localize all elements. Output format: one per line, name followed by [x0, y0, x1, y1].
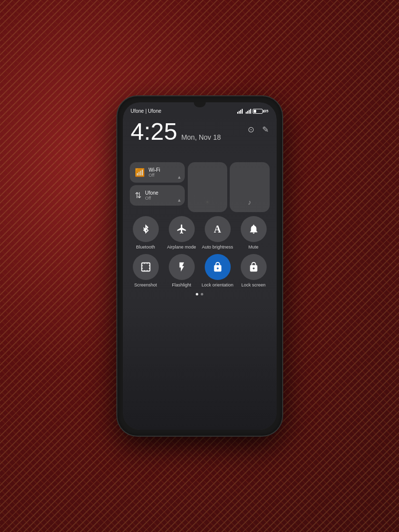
page-indicators: [130, 293, 270, 295]
bluetooth-label: Bluetooth: [136, 245, 155, 250]
signal-icon-1: [237, 109, 243, 114]
date-display: Mon, Nov 18: [181, 133, 221, 141]
page-dot-1: [196, 293, 198, 295]
battery-level: 35: [264, 109, 269, 113]
brightness-slider[interactable]: ☀: [188, 162, 228, 212]
sliders-group: ☀ ♪: [188, 162, 270, 212]
auto-brightness-btn[interactable]: A: [205, 216, 231, 242]
mobile-data-icon: ⇅: [135, 191, 141, 200]
airplane-icon: [176, 224, 187, 235]
flashlight-icon: [176, 262, 187, 272]
edit-icon[interactable]: ✎: [262, 125, 269, 134]
top-quick-row: 📶 Wi-Fi Off ▲ ⇅ Ufone O: [130, 162, 270, 212]
mobile-status: Off: [145, 196, 159, 201]
svg-rect-0: [141, 263, 150, 271]
flashlight-label: Flashlight: [172, 282, 191, 288]
clock-area: 4:25 Mon, Nov 18 ⊙ ✎: [131, 120, 269, 144]
status-bar: Ufone | Ufone: [131, 108, 269, 114]
airplane-toggle[interactable]: Airplane mode: [166, 216, 198, 250]
mute-btn[interactable]: [241, 216, 267, 242]
mobile-name: Ufone: [145, 190, 159, 196]
mute-toggle[interactable]: Mute: [238, 216, 270, 250]
status-icons: 35: [237, 109, 269, 114]
page-dot-2: [201, 293, 203, 295]
mute-icon: [248, 224, 259, 235]
time-display: 4:25: [131, 120, 177, 144]
volume-slider[interactable]: ♪: [230, 162, 270, 212]
lock-screen-icon: [248, 262, 259, 272]
clock-action-icons: ⊙ ✎: [248, 125, 269, 134]
signal-icon-2: [246, 109, 251, 114]
volume-icon: ♪: [248, 198, 251, 206]
lock-screen-label: Lock screen: [241, 282, 266, 288]
bluetooth-toggle[interactable]: Bluetooth: [130, 216, 162, 250]
settings-icon[interactable]: ⊙: [248, 125, 254, 134]
carrier-text: Ufone | Ufone: [131, 108, 162, 114]
screenshot-btn[interactable]: [133, 254, 159, 280]
flashlight-btn[interactable]: [169, 254, 195, 280]
auto-brightness-label: Auto brightness: [202, 245, 233, 250]
lock-screen-toggle[interactable]: Lock screen: [238, 254, 270, 288]
lock-orientation-label: Lock orientation: [202, 282, 234, 288]
mobile-arrow: ▲: [177, 198, 182, 203]
airplane-label: Airplane mode: [167, 245, 196, 250]
network-toggles: 📶 Wi-Fi Off ▲ ⇅ Ufone O: [130, 162, 185, 212]
lock-screen-btn[interactable]: [241, 254, 267, 280]
mute-label: Mute: [248, 245, 258, 250]
wifi-icon: 📶: [135, 168, 145, 177]
screenshot-label: Screenshot: [134, 282, 157, 288]
wifi-tile[interactable]: 📶 Wi-Fi Off ▲: [130, 162, 185, 183]
notch: [194, 102, 206, 107]
screen: Ufone | Ufone: [123, 102, 277, 430]
flashlight-toggle[interactable]: Flashlight: [166, 254, 198, 288]
auto-brightness-icon: A: [214, 224, 221, 235]
battery-icon: [253, 109, 263, 114]
mobile-data-tile[interactable]: ⇅ Ufone Off ▲: [130, 185, 185, 206]
airplane-btn[interactable]: [169, 216, 195, 242]
lock-orientation-toggle[interactable]: Lock orientation: [202, 254, 234, 288]
wifi-status: Off: [149, 173, 160, 178]
auto-brightness-toggle[interactable]: A Auto brightness: [202, 216, 234, 250]
phone-device: Ufone | Ufone: [117, 96, 282, 436]
quick-settings-panel: 📶 Wi-Fi Off ▲ ⇅ Ufone O: [130, 162, 270, 295]
toggle-grid: Bluetooth Airplane mode: [130, 216, 270, 288]
lock-orientation-icon: [212, 262, 223, 272]
wifi-name: Wi-Fi: [149, 167, 160, 173]
bottom-area: [123, 305, 277, 430]
screenshot-toggle[interactable]: Screenshot: [130, 254, 162, 288]
bluetooth-btn[interactable]: [133, 216, 159, 242]
wifi-arrow: ▲: [177, 175, 182, 180]
lock-orientation-btn[interactable]: [205, 254, 231, 280]
screenshot-icon: [140, 262, 151, 272]
bluetooth-icon: [140, 224, 151, 235]
phone-screen-container: Ufone | Ufone: [123, 102, 277, 430]
brightness-icon: ☀: [204, 198, 211, 206]
